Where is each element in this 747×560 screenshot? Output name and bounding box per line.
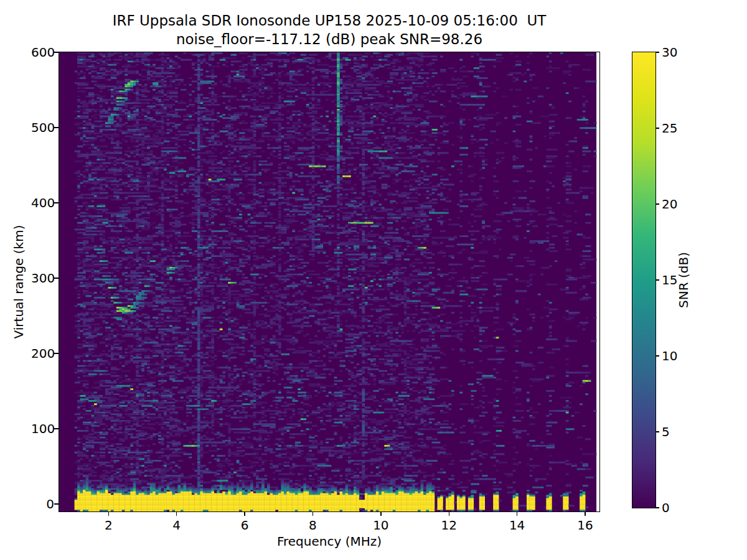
figure-subtitle: noise_floor=-117.12 (dB) peak SNR=98.26 — [59, 30, 599, 49]
colorbar-label: SNR (dB) — [676, 252, 691, 308]
plot-area — [59, 52, 600, 512]
x-tick-label: 4 — [172, 518, 181, 533]
ionogram-heatmap-canvas — [59, 52, 599, 511]
colorbar-tick-label: 0 — [662, 500, 670, 515]
y-axis-label: Virtual range (km) — [11, 225, 26, 339]
colorbar-gradient — [632, 52, 655, 508]
y-tick-label: 200 — [31, 345, 54, 360]
colorbar-tick-label: 5 — [662, 424, 670, 439]
x-tick-label: 14 — [509, 518, 525, 533]
y-tick-label: 300 — [31, 270, 54, 285]
x-tick-label: 2 — [105, 518, 113, 533]
x-tick-mark — [517, 511, 517, 516]
y-tick-mark — [54, 202, 59, 203]
x-tick-mark — [585, 511, 585, 516]
x-tick-label: 16 — [577, 518, 593, 533]
y-tick-mark — [54, 127, 59, 128]
x-axis-label: Frequency (MHz) — [59, 534, 599, 549]
x-tick-mark — [449, 511, 449, 516]
y-tick-label: 100 — [31, 421, 54, 436]
y-tick-label: 0 — [31, 496, 54, 511]
ionogram-figure: IRF Uppsala SDR Ionosonde UP158 2025-10-… — [0, 0, 747, 560]
x-tick-mark — [176, 511, 177, 516]
y-tick-mark — [54, 278, 59, 278]
y-tick-mark — [54, 503, 59, 504]
colorbar-tick-label: 30 — [662, 45, 677, 60]
y-tick-label: 600 — [31, 45, 54, 60]
x-tick-mark — [244, 511, 245, 516]
x-tick-mark — [312, 511, 313, 516]
x-tick-label: 8 — [309, 518, 317, 533]
x-tick-label: 10 — [373, 518, 388, 533]
colorbar — [632, 52, 656, 508]
figure-title: IRF Uppsala SDR Ionosonde UP158 2025-10-… — [59, 11, 599, 30]
y-tick-mark — [54, 52, 59, 52]
y-tick-label: 400 — [31, 195, 54, 210]
x-tick-mark — [108, 511, 109, 516]
colorbar-tick-label: 20 — [662, 197, 677, 212]
y-tick-label: 500 — [31, 119, 54, 134]
x-tick-mark — [380, 511, 381, 516]
colorbar-tick-label: 15 — [662, 273, 677, 287]
x-tick-label: 12 — [441, 518, 457, 533]
colorbar-tick-label: 25 — [662, 121, 677, 136]
y-tick-mark — [54, 353, 59, 353]
colorbar-tick-label: 10 — [662, 348, 677, 363]
y-tick-mark — [54, 428, 59, 429]
x-tick-label: 6 — [241, 518, 249, 533]
